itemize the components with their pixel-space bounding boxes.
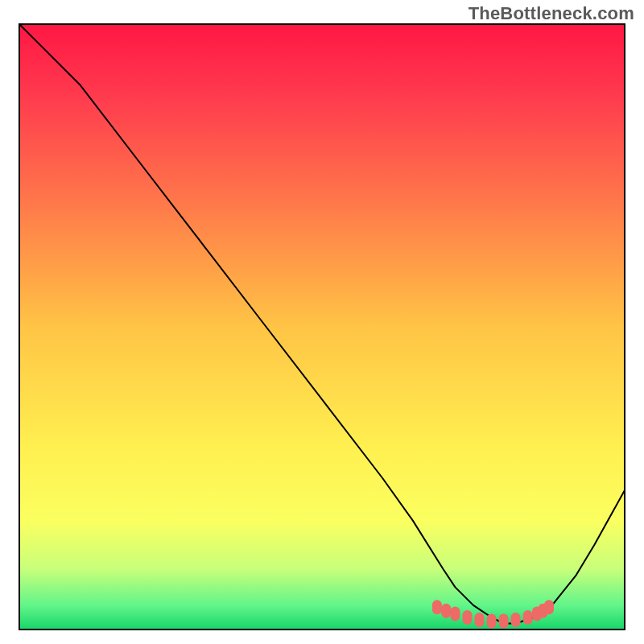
marker xyxy=(475,613,485,627)
marker xyxy=(441,604,451,618)
chart-svg xyxy=(0,0,644,644)
bottleneck-chart xyxy=(0,0,644,644)
marker xyxy=(523,610,533,625)
marker xyxy=(511,613,521,627)
chart-background xyxy=(19,24,625,630)
marker xyxy=(463,610,473,625)
watermark-label: TheBottleneck.com xyxy=(469,3,634,24)
marker xyxy=(450,606,460,621)
marker xyxy=(487,614,497,629)
marker xyxy=(432,600,442,614)
marker xyxy=(544,600,554,614)
marker xyxy=(499,614,509,629)
